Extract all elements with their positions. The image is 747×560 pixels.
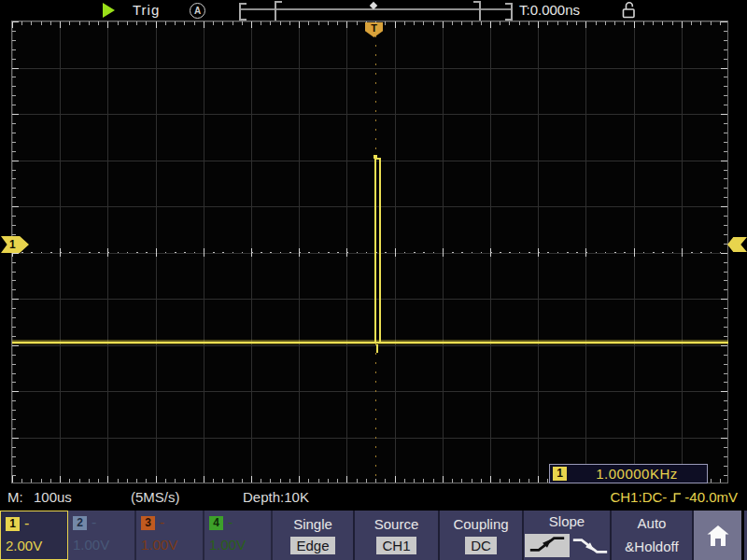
- frequency-counter-box: 1 1.00000KHz: [549, 464, 708, 483]
- channel-3-badge: 3: [141, 516, 155, 530]
- ch1-trace-baseline: [12, 342, 728, 343]
- memory-depth: Depth:10K: [243, 489, 309, 505]
- center-axis-dashed-line: [12, 252, 727, 253]
- trigger-mode-value: Edge: [290, 537, 334, 554]
- source-value: CH1: [376, 537, 416, 554]
- trigger-source-coupling: CH1:DC-: [610, 489, 667, 505]
- home-button[interactable]: [694, 511, 741, 560]
- waveform-display-graticule: [11, 21, 728, 483]
- channel-4-scale: 1.00V: [209, 537, 266, 553]
- source-label: Source: [374, 516, 419, 532]
- channel-4-badge: 4: [209, 516, 223, 530]
- channel-1-coupling-dash: -: [24, 515, 29, 532]
- freq-counter-value: 1.00000KHz: [567, 466, 707, 482]
- soft-menu-bar: 1 - 2.00V 2 - 1.00V 3 - 1.00V 4 - 1.00V …: [0, 511, 747, 560]
- menu-coupling-button[interactable]: Coupling DC: [440, 511, 524, 560]
- menu-slope-button[interactable]: Slope: [524, 511, 612, 560]
- coupling-label: Coupling: [453, 516, 508, 532]
- channel-3-cell[interactable]: 3 - 1.00V: [136, 511, 204, 560]
- trigger-level-arrow-icon[interactable]: [727, 237, 747, 252]
- hpos-inner-left-bracket-icon: [275, 1, 282, 22]
- coupling-value: DC: [465, 537, 497, 554]
- top-status-bar: Trig A T:0.000ns: [0, 0, 747, 21]
- menu-auto-holdoff-button[interactable]: Auto &Holdoff: [612, 511, 694, 560]
- rising-slope-icon: [527, 535, 568, 553]
- channel-2-badge: 2: [73, 516, 87, 530]
- ch1-trace-pulse-falling-edge: [379, 159, 381, 343]
- home-icon: [705, 523, 731, 549]
- slope-label: Slope: [549, 513, 585, 529]
- channel-1-scale: 2.00V: [6, 538, 63, 553]
- holdoff-label: &Holdoff: [625, 538, 678, 556]
- channel-4-coupling-dash: -: [228, 514, 233, 531]
- channel-4-cell[interactable]: 4 - 1.00V: [204, 511, 273, 560]
- trigger-readout: CH1:DC- -40.0mV: [610, 489, 738, 505]
- menu-trigger-mode-button[interactable]: Single Edge: [273, 511, 355, 560]
- hpos-inner-right-bracket-icon: [473, 1, 481, 22]
- trigger-level-value: -40.0mV: [684, 489, 738, 505]
- freq-counter-channel-badge: 1: [553, 467, 567, 481]
- run-state-play-icon: [103, 3, 115, 18]
- channel-2-cell[interactable]: 2 - 1.00V: [68, 511, 136, 560]
- hpos-outer-right-bracket-icon: [505, 3, 513, 21]
- timebase-value: 100us: [34, 489, 72, 505]
- timebase-label: M:: [7, 489, 23, 505]
- channel-3-coupling-dash: -: [160, 514, 164, 531]
- trig-status-label: Trig: [133, 2, 160, 18]
- channel-1-cell[interactable]: 1 - 2.00V: [0, 511, 68, 560]
- trigger-time-offset: T:0.000ns: [519, 2, 580, 18]
- auto-label: Auto: [638, 514, 667, 533]
- ch1-trace-pulse-rising-edge: [374, 159, 376, 343]
- channel-1-badge: 1: [6, 517, 20, 531]
- menu-endcap: [741, 511, 744, 560]
- ch1-trace-undershoot: [376, 344, 378, 353]
- hpos-outer-left-bracket-icon: [239, 3, 247, 21]
- channel-3-scale: 1.00V: [141, 537, 198, 553]
- channel-2-coupling-dash: -: [92, 514, 96, 531]
- menu-source-button[interactable]: Source CH1: [355, 511, 440, 560]
- bottom-status-bar: M: 100us (5MS/s) Depth:10K CH1:DC- -40.0…: [0, 483, 747, 511]
- unlocked-padlock-icon: [622, 1, 636, 19]
- auto-trigger-icon: A: [190, 3, 205, 19]
- falling-slope-icon[interactable]: [571, 537, 609, 555]
- sample-rate: (5MS/s): [131, 489, 180, 505]
- slope-rising-selected[interactable]: [525, 534, 570, 557]
- trigger-mode-label: Single: [293, 516, 332, 532]
- ch1-trace-overshoot: [374, 155, 377, 159]
- oscilloscope-screen: { "top_bar": { "trig_label": "Trig", "au…: [0, 0, 747, 560]
- channel-2-scale: 1.00V: [73, 537, 130, 553]
- rising-edge-icon: [669, 491, 682, 504]
